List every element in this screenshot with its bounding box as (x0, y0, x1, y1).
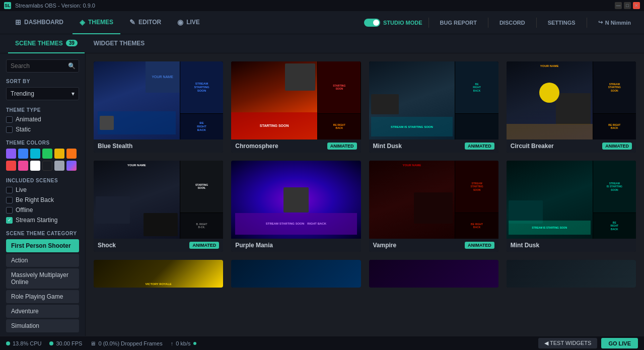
window-controls[interactable]: — □ ✕ (615, 2, 640, 9)
animated-checkbox[interactable] (6, 116, 13, 123)
minimize-button[interactable]: — (615, 2, 622, 9)
partial-preview-4 (507, 260, 636, 288)
static-checkbox[interactable] (6, 126, 13, 133)
search-icon: 🔍 (68, 62, 76, 69)
nav-editor[interactable]: ✎ EDITOR (122, 11, 168, 34)
category-fps[interactable]: First Person Shooter (6, 239, 79, 252)
color-blue[interactable] (18, 149, 28, 159)
theme-card-circuit-breaker[interactable]: YOUR NAME STREAMSTARTINGSOON BE RIGHTBAC… (507, 61, 636, 153)
theme-card-mint-dusk-2[interactable]: STREAM IS STARTING SOON STREAMIS STARTIN… (507, 161, 636, 252)
nav-items: ⊞ DASHBOARD ◈ THEMES ✎ EDITOR ◉ LIVE (8, 11, 364, 34)
static-checkbox-item[interactable]: Static (6, 126, 79, 133)
sidebar: 🔍 SORT BY Trending ▾ THEME TYPE Animated… (0, 53, 86, 336)
color-gray[interactable] (54, 161, 64, 171)
dropped-frames-label: 0 (0.0%) Dropped Frames (98, 340, 162, 346)
partial-card-1[interactable]: VICTORY ROYALE (94, 260, 223, 288)
dashboard-icon: ⊞ (15, 18, 21, 26)
color-indigo[interactable] (66, 161, 77, 171)
nav-dashboard[interactable]: ⊞ DASHBOARD (8, 11, 70, 34)
studio-mode-toggle[interactable] (364, 19, 380, 27)
theme-preview-chromosphere: STARTING SOON STARTINGSOON BE RIGHTBACK (231, 61, 361, 139)
toggle-knob (373, 20, 379, 26)
theme-preview-vampire: YOUR NAME STREAMSTARTINGSOON BE RIGHTBAC… (369, 161, 498, 239)
animated-badge-circuit-breaker: ANIMATED (602, 143, 632, 150)
theme-card-mint-dusk[interactable]: STREAM IS STARTING SOON BERIGHTBACK M (369, 61, 498, 153)
nav-separator-2 (488, 18, 488, 28)
color-black[interactable] (42, 161, 52, 171)
status-dropped-frames: 🖥 0 (0.0%) Dropped Frames (90, 340, 162, 346)
theme-preview-mint-dusk-2: STREAM IS STARTING SOON STREAMIS STARTIN… (507, 161, 636, 239)
theme-footer-purple-mania: Purple Mania (231, 239, 361, 252)
category-simulation[interactable]: Simulation (6, 319, 79, 332)
live-icon: ◉ (177, 18, 183, 26)
theme-preview-shock: YOUR NAME STARTINGSOON. B. RIGHTB-CK. (94, 161, 223, 239)
tab-scene-themes[interactable]: SCENE THEMES 39 (8, 34, 85, 53)
color-pink[interactable] (18, 161, 28, 171)
bandwidth-dot (193, 342, 196, 345)
fps-dot (49, 341, 53, 345)
user-button[interactable]: ↪ N Nimmin (593, 17, 636, 28)
theme-card-shock[interactable]: YOUR NAME STARTINGSOON. B. RIGHTB-CK. (94, 161, 223, 252)
category-action[interactable]: Action (6, 254, 79, 267)
theme-footer-vampire: Vampire ANIMATED (369, 239, 498, 252)
theme-preview-mint-dusk: STREAM IS STARTING SOON BERIGHTBACK (369, 61, 498, 139)
theme-card-chromosphere[interactable]: STARTING SOON STARTINGSOON BE RIGHTBACK (231, 61, 361, 153)
color-red[interactable] (6, 161, 16, 171)
live-scene-item[interactable]: Live (6, 186, 79, 193)
theme-footer-circuit-breaker: Circuit Breaker ANIMATED (507, 139, 636, 153)
animated-badge-chromosphere: ANIMATED (327, 143, 357, 150)
themes-grid: YOUR NAME STREAMSTARTINGSOON BERIGHTBACK… (94, 61, 636, 252)
close-button[interactable]: ✕ (633, 2, 640, 9)
live-scene-checkbox[interactable] (6, 187, 13, 193)
stream-starting-scene-item[interactable]: ✓ Stream Starting (6, 217, 79, 224)
stream-starting-label: Stream Starting (16, 217, 57, 224)
discord-button[interactable]: DISCORD (494, 17, 530, 28)
static-label: Static (16, 126, 31, 133)
theme-type-checkboxes: Animated Static (6, 116, 79, 133)
theme-footer-shock: Shock ANIMATED (94, 239, 223, 252)
editor-icon: ✎ (129, 18, 135, 26)
maximize-button[interactable]: □ (624, 2, 631, 9)
scene-themes-badge: 39 (66, 40, 78, 46)
theme-name-purple-mania: Purple Mania (235, 242, 273, 249)
offline-label: Offline (16, 206, 33, 214)
be-right-back-scene-item[interactable]: Be Right Back (6, 196, 79, 203)
sort-by-select[interactable]: Trending ▾ (6, 87, 79, 100)
color-cyan[interactable] (30, 149, 40, 159)
color-white[interactable] (30, 161, 40, 171)
nav-themes[interactable]: ◈ THEMES (73, 11, 120, 34)
animated-checkbox-item[interactable]: Animated (6, 116, 79, 123)
category-adventure[interactable]: Adventure (6, 305, 79, 318)
settings-button[interactable]: SETTINGS (543, 17, 581, 28)
theme-card-blue-stealth[interactable]: YOUR NAME STREAMSTARTINGSOON BERIGHTBACK… (94, 61, 223, 153)
cpu-label: 13.8% CPU (13, 340, 41, 346)
offline-scene-item[interactable]: Offline (6, 206, 79, 214)
included-scenes-label: INCLUDED SCENES (6, 178, 79, 183)
partial-preview-3 (369, 260, 498, 288)
color-purple[interactable] (6, 149, 16, 159)
status-fps: 30.00 FPS (49, 340, 82, 346)
bug-report-button[interactable]: BUG REPORT (435, 17, 482, 28)
theme-colors-section: THEME COLORS (6, 140, 79, 171)
tab-widget-themes[interactable]: WIDGET THEMES (87, 34, 152, 53)
color-green[interactable] (42, 149, 52, 159)
go-live-button[interactable]: GO LIVE (601, 338, 638, 348)
category-mmo[interactable]: Massively Multiplayer Online (6, 268, 79, 289)
nav-live[interactable]: ◉ LIVE (170, 11, 207, 34)
offline-checkbox[interactable] (6, 207, 13, 214)
search-container: 🔍 (6, 59, 79, 73)
color-orange[interactable] (66, 149, 77, 159)
stream-starting-checkbox[interactable]: ✓ (6, 217, 13, 224)
be-right-back-checkbox[interactable] (6, 197, 13, 203)
main-container: 🔍 SORT BY Trending ▾ THEME TYPE Animated… (0, 53, 644, 336)
test-widgets-button[interactable]: ◀ TEST WIDGETS (538, 338, 597, 348)
partial-card-4[interactable] (507, 260, 636, 288)
color-yellow[interactable] (54, 149, 64, 159)
fps-label: 30.00 FPS (56, 340, 82, 346)
category-rpg[interactable]: Role Playing Game (6, 290, 79, 303)
partial-card-2[interactable] (231, 260, 361, 288)
theme-card-purple-mania[interactable]: STREAM STARTING SOON RIGHT BACK Purple M… (231, 161, 361, 252)
theme-card-vampire[interactable]: YOUR NAME STREAMSTARTINGSOON BE RIGHTBAC… (369, 161, 498, 252)
partial-card-3[interactable] (369, 260, 498, 288)
username-label: N Nimmin (605, 20, 631, 26)
